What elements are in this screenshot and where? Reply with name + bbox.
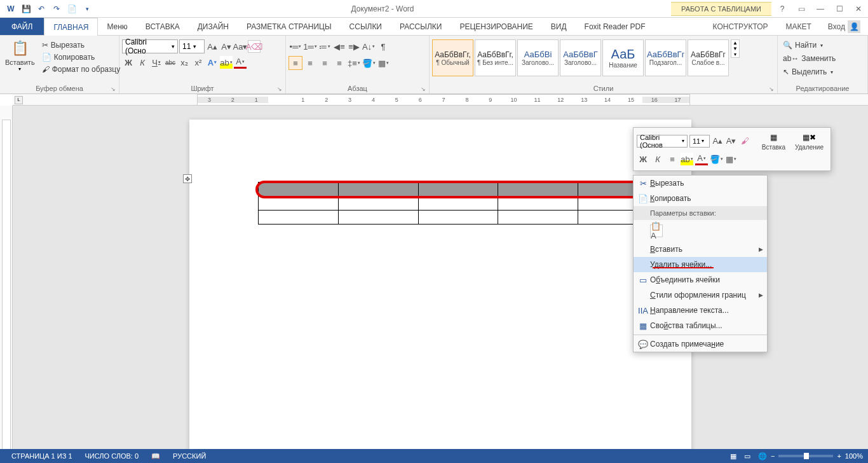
select-button[interactable]: ↖Выделить▾ — [780, 66, 836, 78]
table-cell[interactable] — [498, 211, 578, 225]
style-scroll-down[interactable]: ▼ — [731, 46, 739, 52]
mini-font-combo[interactable]: Calibri (Основ▾ — [637, 135, 688, 148]
ctx-copy[interactable]: 📄Копировать — [634, 191, 767, 206]
bold-button[interactable]: Ж — [122, 56, 135, 69]
font-color-button[interactable]: A — [234, 56, 247, 69]
tab-mailings[interactable]: РАССЫЛКИ — [391, 18, 451, 35]
mini-delete-button[interactable]: ▦✖Удаление — [791, 131, 827, 151]
table-cell[interactable] — [498, 183, 578, 197]
styles-launcher[interactable]: ↘ — [768, 86, 775, 92]
tab-type-selector[interactable]: L — [15, 96, 23, 104]
zoom-in[interactable]: + — [837, 452, 841, 460]
style-item[interactable]: АаБбВвГЗаголово... — [560, 39, 601, 76]
style-scroll-up[interactable]: ▲ — [731, 40, 739, 46]
style-item[interactable]: АаБбВвГгСлабое в... — [688, 39, 729, 76]
view-web-layout[interactable]: 🌐 — [754, 452, 771, 460]
tab-page-layout[interactable]: РАЗМЕТКА СТРАНИЦЫ — [238, 18, 341, 35]
increase-indent-button[interactable]: ≡▶ — [347, 39, 361, 53]
clear-formatting-button[interactable]: A⌫ — [248, 40, 261, 53]
align-right-button[interactable]: ≡ — [318, 56, 332, 70]
align-left-button[interactable]: ≡ — [288, 56, 302, 70]
maximize-button[interactable]: ☐ — [830, 0, 849, 18]
qat-redo[interactable]: ↷ — [50, 2, 64, 16]
tab-table-design[interactable]: КОНСТРУКТОР — [704, 18, 777, 35]
table-cell[interactable] — [259, 197, 339, 211]
show-marks-button[interactable]: ¶ — [376, 39, 390, 53]
grow-font-button[interactable]: A▴ — [206, 40, 219, 53]
ribbon-display-button[interactable]: ▭ — [792, 0, 811, 18]
ctx-insert[interactable]: Вставить▶ — [634, 242, 767, 257]
tab-home[interactable]: ГЛАВНАЯ — [44, 18, 98, 36]
table-cell[interactable] — [338, 183, 418, 197]
mini-shrink-font[interactable]: A▾ — [725, 135, 736, 148]
table-cell[interactable] — [498, 197, 578, 211]
numbering-button[interactable]: 1═ — [303, 39, 317, 53]
subscript-button[interactable]: x₂ — [178, 56, 191, 69]
styles-gallery[interactable]: АаБбВвГг,¶ ОбычныйАаБбВвГг,¶ Без инте...… — [432, 39, 729, 76]
replace-button[interactable]: ab↔Заменить — [780, 53, 838, 64]
paragraph-launcher[interactable]: ↘ — [420, 86, 426, 92]
table-row[interactable] — [259, 211, 658, 225]
borders-button[interactable]: ▦ — [376, 56, 390, 70]
status-language[interactable]: РУССКИЙ — [166, 452, 212, 460]
table-cell[interactable] — [418, 183, 498, 197]
copy-button[interactable]: 📄Копировать — [39, 52, 123, 63]
font-size-combo[interactable]: 11▾ — [179, 39, 205, 53]
mini-highlight[interactable]: ab — [681, 153, 693, 165]
table-row[interactable] — [259, 183, 658, 197]
document-table[interactable] — [258, 182, 658, 225]
mini-format-painter[interactable]: 🖌 — [739, 135, 750, 148]
clipboard-launcher[interactable]: ↘ — [110, 86, 116, 92]
style-item[interactable]: АаБНазвание — [602, 39, 644, 76]
sort-button[interactable]: A↓ — [362, 39, 376, 53]
cut-button[interactable]: ✂Вырезать — [39, 39, 123, 51]
ctx-new-comment[interactable]: 💬Создать примечание — [634, 336, 767, 352]
style-item[interactable]: АаБбВвГгПодзагол... — [645, 39, 686, 76]
mini-grow-font[interactable]: A▴ — [712, 135, 723, 148]
table-cell[interactable] — [259, 183, 339, 197]
table-row[interactable] — [259, 197, 658, 211]
font-name-combo[interactable]: Calibri (Осно▾ — [122, 39, 178, 53]
superscript-button[interactable]: x² — [192, 56, 205, 69]
mini-align[interactable]: ≡ — [666, 153, 679, 165]
table-cell[interactable] — [418, 197, 498, 211]
highlight-button[interactable]: ab — [220, 56, 233, 69]
ctx-merge-cells[interactable]: ▭Объединить ячейки — [634, 272, 767, 287]
ctx-table-properties[interactable]: ▦Свойства таблицы... — [634, 318, 767, 333]
font-launcher[interactable]: ↘ — [276, 86, 283, 92]
tab-review[interactable]: РЕЦЕНЗИРОВАНИЕ — [451, 18, 541, 35]
strike-button[interactable]: abc — [164, 56, 177, 69]
qat-undo[interactable]: ↶ — [34, 2, 48, 16]
status-words[interactable]: ЧИСЛО СЛОВ: 0 — [79, 452, 146, 460]
paste-keep-source[interactable]: 📋A — [650, 225, 663, 237]
mini-font-color[interactable]: A — [695, 153, 708, 165]
ctx-delete-cells[interactable]: Удалить ячейки... — [634, 257, 767, 272]
decrease-indent-button[interactable]: ◀≡ — [332, 39, 346, 53]
change-case-button[interactable]: Aa▾ — [234, 40, 247, 53]
zoom-slider[interactable] — [778, 455, 833, 457]
vertical-ruler[interactable] — [0, 106, 13, 463]
zoom-level[interactable]: 100% — [845, 452, 863, 460]
tab-menu[interactable]: Меню — [98, 18, 136, 35]
text-effects-button[interactable]: A — [206, 56, 219, 69]
style-item[interactable]: АаБбВіЗаголово... — [517, 39, 559, 76]
style-item[interactable]: АаБбВвГг,¶ Обычный — [432, 39, 473, 76]
tab-file[interactable]: ФАЙЛ — [0, 18, 44, 35]
style-item[interactable]: АаБбВвГг,¶ Без инте... — [475, 39, 516, 76]
mini-borders[interactable]: ▦ — [724, 153, 737, 165]
shading-button[interactable]: 🪣 — [362, 56, 376, 70]
paste-button[interactable]: 📋 Вставить ▾ — [3, 37, 37, 73]
mini-bold[interactable]: Ж — [637, 153, 649, 165]
tab-references[interactable]: ССЫЛКИ — [341, 18, 391, 35]
ctx-border-styles[interactable]: Стили оформления границ▶ — [634, 287, 767, 303]
style-scroll-more[interactable]: ▾ — [731, 52, 739, 57]
mini-shading[interactable]: 🪣 — [710, 153, 722, 165]
help-button[interactable]: ? — [773, 0, 792, 18]
align-center-button[interactable]: ≡ — [303, 56, 317, 70]
multilevel-button[interactable]: ≔ — [318, 39, 332, 53]
word-icon[interactable]: W — [4, 2, 18, 16]
close-button[interactable]: ✕ — [849, 0, 868, 18]
mini-italic[interactable]: К — [651, 153, 664, 165]
horizontal-ruler[interactable]: L 3211234567891011121314151617 — [13, 94, 868, 106]
tab-view[interactable]: ВИД — [542, 18, 576, 35]
